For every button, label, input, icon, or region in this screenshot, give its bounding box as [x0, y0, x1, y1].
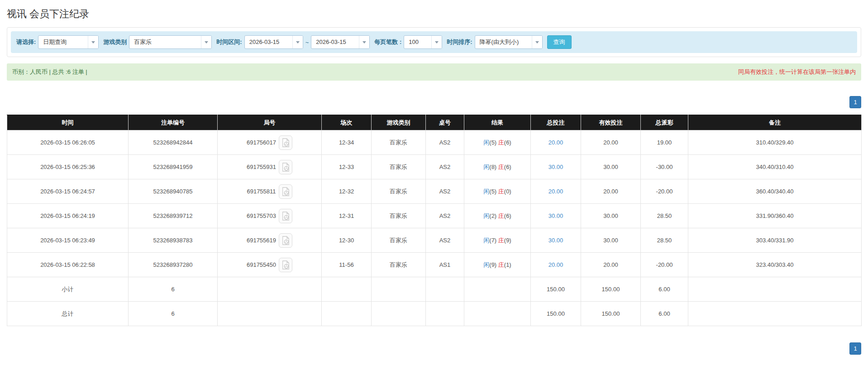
result-cell: 闲(5) 庄(6)	[464, 130, 531, 155]
payout-cell: 19.00	[641, 130, 688, 155]
chevron-down-icon[interactable]	[88, 36, 98, 48]
round-number: 691755450	[247, 261, 276, 268]
total-bet-cell: 20.00	[531, 130, 581, 155]
result-banker-score: (1)	[504, 261, 511, 268]
round-number-cell: 691756017	[218, 130, 322, 155]
bet-number-cell: 523268939712	[129, 204, 218, 228]
game-type-cell: 百家乐	[372, 179, 426, 204]
total-bet-link[interactable]: 30.00	[548, 212, 563, 219]
header-bet-number: 注单编号	[129, 115, 218, 130]
remark-cell: 331.90/360.40	[688, 204, 862, 228]
page-button-1[interactable]: 1	[849, 342, 861, 355]
time-cell: 2026-03-15 06:24:19	[7, 204, 129, 228]
payout-cell: 28.50	[641, 204, 688, 228]
summary-notice: 同局有效投注，统一计算在该局第一张注单内	[738, 68, 856, 76]
subtotal-row: 小计 6 150.00 150.00 6.00	[7, 277, 862, 302]
date-to-select[interactable]: 2026-03-15	[311, 35, 370, 49]
video-record-icon[interactable]	[279, 184, 292, 199]
time-cell: 2026-03-15 06:26:05	[7, 130, 129, 155]
result-banker-score: (6)	[504, 139, 511, 146]
result-cell: 闲(8) 庄(6)	[464, 155, 531, 179]
chevron-down-icon[interactable]	[431, 36, 442, 48]
result-player-score: (7)	[489, 237, 496, 244]
game-type-value: 百家乐	[129, 36, 201, 48]
result-player-label: 闲	[483, 212, 489, 219]
date-from-select[interactable]: 2026-03-15	[244, 35, 303, 49]
video-record-icon[interactable]	[279, 209, 292, 223]
date-from-value: 2026-03-15	[245, 36, 292, 48]
total-count: 6	[129, 302, 218, 326]
table-number-cell: AS1	[426, 253, 464, 277]
bet-number-cell: 523268940785	[129, 179, 218, 204]
video-record-icon[interactable]	[279, 135, 292, 150]
time-range-label: 时间区间:	[216, 38, 242, 46]
query-mode-select[interactable]: 日期查询	[38, 35, 99, 49]
valid-bet-cell: 30.00	[581, 204, 641, 228]
chevron-down-icon[interactable]	[359, 36, 369, 48]
time-sort-select[interactable]: 降幂(由大到小)	[475, 35, 543, 49]
header-payout: 总派彩	[641, 115, 688, 130]
page-button-1[interactable]: 1	[849, 96, 861, 108]
total-row: 总计 6 150.00 150.00 6.00	[7, 302, 862, 326]
table-row: 2026-03-15 06:23:49 523268938783 6917556…	[7, 228, 862, 253]
video-record-icon[interactable]	[279, 233, 292, 248]
total-total-bet: 150.00	[531, 302, 581, 326]
table-row: 2026-03-15 06:26:05 523268942844 6917560…	[7, 130, 862, 155]
table-row: 2026-03-15 06:24:19 523268939712 6917557…	[7, 204, 862, 228]
result-banker-score: (9)	[504, 237, 511, 244]
total-bet-cell: 30.00	[531, 155, 581, 179]
game-type-select[interactable]: 百家乐	[129, 35, 212, 49]
valid-bet-cell: 20.00	[581, 253, 641, 277]
search-button[interactable]: 查询	[547, 35, 572, 49]
total-bet-cell: 30.00	[531, 228, 581, 253]
round-number-cell: 691755619	[218, 228, 322, 253]
video-record-icon[interactable]	[279, 160, 292, 174]
remark-cell: 323.40/303.40	[688, 253, 862, 277]
result-player-score: (2)	[489, 212, 496, 219]
result-banker-label: 庄	[498, 164, 504, 170]
round-number-cell: 691755703	[218, 204, 322, 228]
result-banker-label: 庄	[498, 261, 504, 268]
chevron-down-icon[interactable]	[292, 36, 303, 48]
table-number-cell: AS2	[426, 204, 464, 228]
total-bet-link[interactable]: 30.00	[548, 164, 563, 170]
result-banker-score: (6)	[504, 212, 511, 219]
session-cell: 12-30	[322, 228, 372, 253]
total-bet-link[interactable]: 20.00	[548, 261, 563, 268]
result-banker-score: (0)	[504, 188, 511, 195]
bet-number-cell: 523268942844	[129, 130, 218, 155]
session-cell: 12-32	[322, 179, 372, 204]
total-payout: 6.00	[641, 302, 688, 326]
betting-records-table: 时间 注单编号 局号 场次 游戏类别 桌号 结果 总投注 有效投注 总派彩 备注…	[7, 115, 862, 326]
header-remark: 备注	[688, 115, 862, 130]
table-number-cell: AS2	[426, 179, 464, 204]
game-type-label: 游戏类别	[103, 38, 127, 46]
round-number: 691755931	[247, 164, 276, 170]
bet-number-cell: 523268938783	[129, 228, 218, 253]
time-cell: 2026-03-15 06:23:49	[7, 228, 129, 253]
date-to-value: 2026-03-15	[311, 36, 359, 48]
result-banker-label: 庄	[498, 212, 504, 219]
remark-cell: 303.40/331.90	[688, 228, 862, 253]
total-bet-link[interactable]: 30.00	[548, 237, 563, 244]
table-body: 2026-03-15 06:26:05 523268942844 6917560…	[7, 130, 862, 277]
time-cell: 2026-03-15 06:25:36	[7, 155, 129, 179]
result-player-label: 闲	[483, 164, 489, 170]
total-bet-link[interactable]: 20.00	[548, 188, 563, 195]
chevron-down-icon[interactable]	[201, 36, 211, 48]
filter-bar: 请选择: 日期查询 游戏类别 百家乐 时间区间: 2026-03-15 ~ 20…	[11, 31, 857, 53]
game-type-cell: 百家乐	[372, 253, 426, 277]
session-cell: 12-31	[322, 204, 372, 228]
bet-number-cell: 523268937280	[129, 253, 218, 277]
query-mode-label: 请选择:	[16, 38, 36, 46]
result-player-score: (9)	[489, 261, 496, 268]
video-record-icon[interactable]	[279, 258, 292, 272]
header-result: 结果	[464, 115, 531, 130]
page-size-select[interactable]: 100	[404, 35, 442, 49]
total-bet-link[interactable]: 20.00	[548, 139, 563, 146]
result-banker-label: 庄	[498, 237, 504, 244]
chevron-down-icon[interactable]	[532, 36, 542, 48]
round-number: 691755619	[247, 237, 276, 244]
valid-bet-cell: 30.00	[581, 155, 641, 179]
page-size-label: 每页笔数 :	[374, 38, 401, 46]
